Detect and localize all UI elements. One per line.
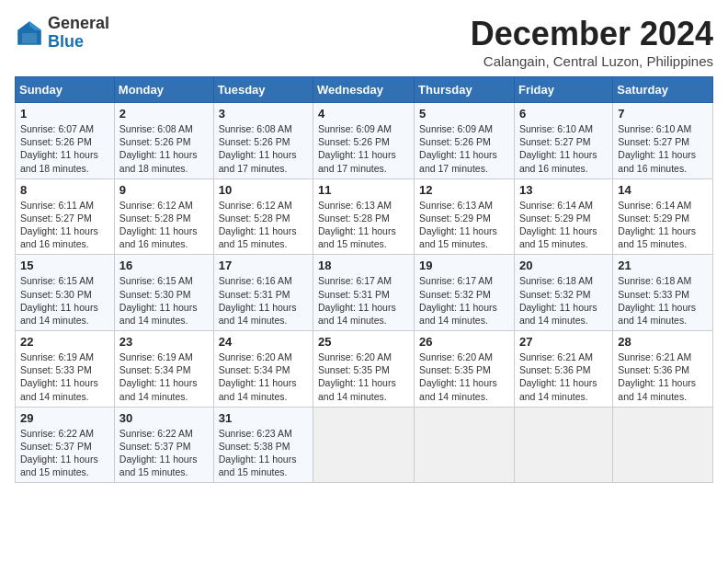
day-number: 7 [618,107,708,121]
calendar-header-row: SundayMondayTuesdayWednesdayThursdayFrid… [16,77,713,103]
day-content: Sunrise: 6:22 AM Sunset: 5:37 PM Dayligh… [119,427,209,479]
calendar-cell: 14Sunrise: 6:14 AM Sunset: 5:29 PM Dayli… [613,178,713,255]
day-content: Sunrise: 6:15 AM Sunset: 5:30 PM Dayligh… [119,274,209,327]
header-day-thursday: Thursday [415,77,515,103]
day-number: 5 [419,107,509,121]
calendar-cell: 25Sunrise: 6:20 AM Sunset: 5:35 PM Dayli… [313,331,415,408]
header-day-wednesday: Wednesday [313,77,415,103]
day-content: Sunrise: 6:09 AM Sunset: 5:26 PM Dayligh… [318,122,409,175]
day-content: Sunrise: 6:23 AM Sunset: 5:38 PM Dayligh… [219,427,308,479]
calendar-cell: 7Sunrise: 6:10 AM Sunset: 5:27 PM Daylig… [613,103,713,179]
day-number: 22 [20,335,109,349]
calendar-cell: 3Sunrise: 6:08 AM Sunset: 5:26 PM Daylig… [213,103,313,179]
day-content: Sunrise: 6:21 AM Sunset: 5:36 PM Dayligh… [618,350,708,403]
title-area: December 2024 Calangain, Central Luzon, … [471,15,713,69]
day-number: 29 [20,411,109,425]
day-number: 14 [618,183,708,197]
day-content: Sunrise: 6:09 AM Sunset: 5:26 PM Dayligh… [419,122,509,175]
logo-blue: Blue [48,32,84,51]
day-number: 9 [119,183,209,197]
calendar-cell: 21Sunrise: 6:18 AM Sunset: 5:33 PM Dayli… [613,255,713,331]
day-content: Sunrise: 6:11 AM Sunset: 5:27 PM Dayligh… [20,199,109,251]
day-content: Sunrise: 6:12 AM Sunset: 5:28 PM Dayligh… [119,199,209,251]
day-content: Sunrise: 6:17 AM Sunset: 5:32 PM Dayligh… [419,274,509,327]
day-content: Sunrise: 6:08 AM Sunset: 5:26 PM Dayligh… [119,122,209,175]
day-content: Sunrise: 6:12 AM Sunset: 5:28 PM Dayligh… [219,199,308,251]
day-number: 21 [618,259,708,272]
calendar-cell: 13Sunrise: 6:14 AM Sunset: 5:29 PM Dayli… [514,178,612,255]
day-content: Sunrise: 6:17 AM Sunset: 5:31 PM Dayligh… [318,274,409,327]
day-number: 31 [219,411,308,425]
day-content: Sunrise: 6:14 AM Sunset: 5:29 PM Dayligh… [519,199,608,251]
day-content: Sunrise: 6:07 AM Sunset: 5:26 PM Dayligh… [20,122,109,175]
day-number: 18 [318,259,409,272]
day-number: 30 [119,411,209,425]
day-content: Sunrise: 6:21 AM Sunset: 5:36 PM Dayligh… [519,350,608,403]
calendar-cell: 11Sunrise: 6:13 AM Sunset: 5:28 PM Dayli… [313,178,415,255]
day-number: 20 [519,259,608,272]
day-content: Sunrise: 6:10 AM Sunset: 5:27 PM Dayligh… [519,122,608,175]
day-content: Sunrise: 6:20 AM Sunset: 5:35 PM Dayligh… [419,350,509,403]
month-title: December 2024 [471,15,713,53]
header-day-saturday: Saturday [613,77,713,103]
day-number: 12 [419,183,509,197]
calendar-cell: 23Sunrise: 6:19 AM Sunset: 5:34 PM Dayli… [114,331,213,408]
day-content: Sunrise: 6:22 AM Sunset: 5:37 PM Dayligh… [20,427,109,479]
calendar-cell: 2Sunrise: 6:08 AM Sunset: 5:26 PM Daylig… [114,103,213,179]
subtitle: Calangain, Central Luzon, Philippines [471,53,713,69]
calendar-cell: 26Sunrise: 6:20 AM Sunset: 5:35 PM Dayli… [415,331,515,408]
calendar-cell: 22Sunrise: 6:19 AM Sunset: 5:33 PM Dayli… [16,331,115,408]
day-number: 16 [119,259,209,272]
calendar-cell: 9Sunrise: 6:12 AM Sunset: 5:28 PM Daylig… [114,178,213,255]
header-day-tuesday: Tuesday [213,77,313,103]
day-number: 27 [519,335,608,349]
day-content: Sunrise: 6:14 AM Sunset: 5:29 PM Dayligh… [618,199,708,251]
calendar-table: SundayMondayTuesdayWednesdayThursdayFrid… [15,76,713,483]
logo-icon [15,18,44,48]
calendar-week-0: 1Sunrise: 6:07 AM Sunset: 5:26 PM Daylig… [16,103,713,179]
calendar-cell: 30Sunrise: 6:22 AM Sunset: 5:37 PM Dayli… [114,407,213,483]
day-number: 11 [318,183,409,197]
header-day-friday: Friday [514,77,612,103]
calendar-cell: 24Sunrise: 6:20 AM Sunset: 5:34 PM Dayli… [213,331,313,408]
calendar-cell: 31Sunrise: 6:23 AM Sunset: 5:38 PM Dayli… [213,407,313,483]
logo-text: General Blue [48,15,109,52]
day-content: Sunrise: 6:16 AM Sunset: 5:31 PM Dayligh… [219,274,308,327]
calendar-cell [514,407,612,483]
day-content: Sunrise: 6:13 AM Sunset: 5:29 PM Dayligh… [419,199,509,251]
svg-rect-2 [22,33,37,43]
day-number: 13 [519,183,608,197]
header-day-monday: Monday [114,77,213,103]
day-number: 6 [519,107,608,121]
day-number: 8 [20,183,109,197]
calendar-cell: 28Sunrise: 6:21 AM Sunset: 5:36 PM Dayli… [613,331,713,408]
calendar-cell: 5Sunrise: 6:09 AM Sunset: 5:26 PM Daylig… [415,103,515,179]
calendar-week-3: 22Sunrise: 6:19 AM Sunset: 5:33 PM Dayli… [16,331,713,408]
calendar-cell [313,407,415,483]
calendar-cell: 6Sunrise: 6:10 AM Sunset: 5:27 PM Daylig… [514,103,612,179]
day-content: Sunrise: 6:19 AM Sunset: 5:34 PM Dayligh… [119,350,209,403]
day-content: Sunrise: 6:13 AM Sunset: 5:28 PM Dayligh… [318,199,409,251]
day-number: 3 [219,107,308,121]
calendar-cell: 29Sunrise: 6:22 AM Sunset: 5:37 PM Dayli… [16,407,115,483]
day-content: Sunrise: 6:19 AM Sunset: 5:33 PM Dayligh… [20,350,109,403]
header-day-sunday: Sunday [16,77,115,103]
day-number: 28 [618,335,708,349]
logo-general: General [48,14,109,32]
calendar-cell: 17Sunrise: 6:16 AM Sunset: 5:31 PM Dayli… [213,255,313,331]
calendar-cell: 19Sunrise: 6:17 AM Sunset: 5:32 PM Dayli… [415,255,515,331]
calendar-cell: 20Sunrise: 6:18 AM Sunset: 5:32 PM Dayli… [514,255,612,331]
header: General Blue December 2024 Calangain, Ce… [15,15,713,69]
day-number: 1 [20,107,109,121]
calendar-cell: 15Sunrise: 6:15 AM Sunset: 5:30 PM Dayli… [16,255,115,331]
day-content: Sunrise: 6:10 AM Sunset: 5:27 PM Dayligh… [618,122,708,175]
day-number: 10 [219,183,308,197]
calendar-cell: 1Sunrise: 6:07 AM Sunset: 5:26 PM Daylig… [16,103,115,179]
day-number: 26 [419,335,509,349]
calendar-week-4: 29Sunrise: 6:22 AM Sunset: 5:37 PM Dayli… [16,407,713,483]
calendar-cell: 12Sunrise: 6:13 AM Sunset: 5:29 PM Dayli… [415,178,515,255]
calendar-cell: 8Sunrise: 6:11 AM Sunset: 5:27 PM Daylig… [16,178,115,255]
day-content: Sunrise: 6:15 AM Sunset: 5:30 PM Dayligh… [20,274,109,327]
day-content: Sunrise: 6:08 AM Sunset: 5:26 PM Dayligh… [219,122,308,175]
calendar-week-1: 8Sunrise: 6:11 AM Sunset: 5:27 PM Daylig… [16,178,713,255]
